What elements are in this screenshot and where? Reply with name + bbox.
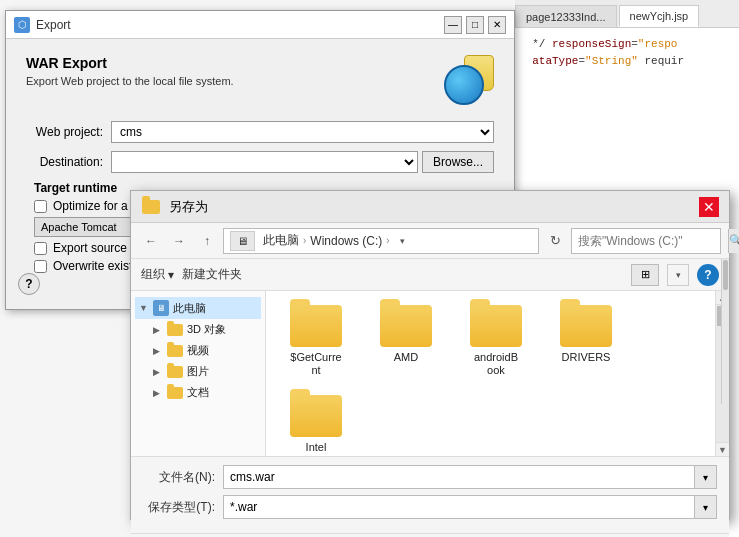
path-icon: 🖥 (237, 235, 248, 247)
file-item-2[interactable]: androidBook (456, 301, 536, 381)
saveas-sidebar: ▼ 🖥 此电脑 ▶ 3D 对象 ▶ 视频 ▶ 图片 ▶ (131, 291, 266, 456)
view-icon: ⊞ (641, 268, 650, 281)
sidebar-label-3d: 3D 对象 (187, 322, 226, 337)
tomcat-label: Apache Tomcat (41, 221, 117, 233)
folder-drivers-icon (560, 305, 612, 347)
scroll-down-arrow[interactable]: ▼ (716, 442, 729, 456)
filename-dropdown-btn[interactable]: ▾ (695, 465, 717, 489)
3d-expand-arrow: ▶ (153, 325, 163, 335)
file-name-2: androidBook (474, 351, 518, 377)
sidebar-item-video[interactable]: ▶ 视频 (135, 340, 261, 361)
file-name-3: DRIVERS (562, 351, 611, 364)
saveas-titlebar: 另存为 ✕ (131, 191, 729, 223)
export-title-left: ⬡ Export (14, 17, 71, 33)
export-titlebar: ⬡ Export — □ ✕ (6, 11, 514, 39)
ide-tab-2-label: newYcjh.jsp (630, 10, 689, 22)
filetype-dropdown-btn[interactable]: ▾ (695, 495, 717, 519)
export-close-btn[interactable]: ✕ (488, 16, 506, 34)
optimize-label: Optimize for a (53, 199, 128, 213)
filetype-input[interactable] (223, 495, 695, 519)
export-help-button[interactable]: ? (18, 273, 40, 295)
new-folder-button[interactable]: 新建文件夹 (182, 266, 242, 283)
search-input[interactable] (578, 234, 728, 248)
optimize-checkbox[interactable] (34, 200, 47, 213)
saveas-file-area[interactable]: $GetCurrent AMD androidBook DRIVERS Inte… (266, 291, 715, 456)
export-minimize-btn[interactable]: — (444, 16, 462, 34)
web-project-label: Web project: (26, 125, 111, 139)
saveas-title-icon (141, 197, 161, 217)
ide-code-line-1: */ responseSign="respo (519, 36, 735, 53)
destination-select[interactable] (111, 151, 418, 173)
search-box[interactable]: 🔍 (571, 228, 721, 254)
ide-tab-1[interactable]: page12333Ind... (515, 5, 617, 27)
docs-expand-arrow: ▶ (153, 388, 163, 398)
path-dropdown-button[interactable]: ▾ (394, 232, 412, 250)
export-header-section: WAR Export Export Web project to the loc… (26, 55, 494, 105)
file-item-3[interactable]: DRIVERS (546, 301, 626, 381)
path-arrow-1: › (303, 235, 306, 246)
ide-code-line-2: ataType="String" requir (519, 53, 735, 70)
ide-code-line-3 (519, 69, 735, 86)
export-header-icon (444, 55, 494, 105)
search-icon[interactable]: 🔍 (728, 229, 739, 253)
ide-tab-1-label: page12333Ind... (526, 11, 606, 23)
destination-label: Destination: (26, 155, 111, 169)
sidebar-label-docs: 文档 (187, 385, 209, 400)
export-title-controls: — □ ✕ (444, 16, 506, 34)
file-item-1[interactable]: AMD (366, 301, 446, 381)
folder-intel-icon (290, 395, 342, 437)
sidebar-item-3d[interactable]: ▶ 3D 对象 (135, 319, 261, 340)
saveas-close-button[interactable]: ✕ (699, 197, 719, 217)
organize-button[interactable]: 组织 ▾ (141, 266, 174, 283)
path-arrow-2: › (386, 235, 389, 246)
saveas-title-left: 另存为 (141, 197, 208, 217)
saveas-nav-toolbar: ← → ↑ 🖥 此电脑 › Windows (C:) › ▾ ↻ 🔍 (131, 223, 729, 259)
export-maximize-btn[interactable]: □ (466, 16, 484, 34)
folder-icon-3d (167, 324, 183, 336)
export-header-text: WAR Export Export Web project to the loc… (26, 55, 234, 87)
export-dialog-icon: ⬡ (14, 17, 30, 33)
nav-back-button[interactable]: ← (139, 229, 163, 253)
nav-forward-button[interactable]: → (167, 229, 191, 253)
help-circle-button[interactable]: ? (697, 264, 719, 286)
filetype-row: 保存类型(T): ▾ (143, 495, 717, 519)
export-header-subtitle: Export Web project to the local file sys… (26, 75, 234, 87)
saveas-content: ▼ 🖥 此电脑 ▶ 3D 对象 ▶ 视频 ▶ 图片 ▶ (131, 291, 729, 456)
ide-tab-2[interactable]: newYcjh.jsp (619, 5, 700, 27)
saveas-folder-icon (142, 200, 160, 214)
folder-icon-video (167, 345, 183, 357)
file-name-0: $GetCurrent (290, 351, 341, 377)
export-source-label: Export source f (53, 241, 134, 255)
new-folder-label: 新建文件夹 (182, 267, 242, 281)
sidebar-label-pictures: 图片 (187, 364, 209, 379)
video-expand-arrow: ▶ (153, 346, 163, 356)
path-segment-2: Windows (C:) (310, 234, 382, 248)
organize-label: 组织 (141, 266, 165, 283)
filename-label: 文件名(N): (143, 469, 223, 486)
sidebar-label-pc: 此电脑 (173, 301, 206, 316)
sidebar-item-pc[interactable]: ▼ 🖥 此电脑 (135, 297, 261, 319)
globe-icon (444, 65, 484, 105)
saveas-actions: ^ 隐藏文件夹 保存(S) 取消 (131, 533, 729, 537)
file-item-0[interactable]: $GetCurrent (276, 301, 356, 381)
sidebar-label-video: 视频 (187, 343, 209, 358)
path-bar[interactable]: 🖥 此电脑 › Windows (C:) › ▾ (223, 228, 539, 254)
sidebar-item-docs[interactable]: ▶ 文档 (135, 382, 261, 403)
web-project-select[interactable]: cms (111, 121, 494, 143)
view-button[interactable]: ⊞ (631, 264, 659, 286)
nav-up-button[interactable]: ↑ (195, 229, 219, 253)
view-dropdown-button[interactable]: ▾ (667, 264, 689, 286)
pictures-expand-arrow: ▶ (153, 367, 163, 377)
help-circle-icon: ? (704, 268, 711, 282)
sidebar-item-pictures[interactable]: ▶ 图片 (135, 361, 261, 382)
folder-android-icon (470, 305, 522, 347)
browse-button[interactable]: Browse... (422, 151, 494, 173)
export-source-checkbox[interactable] (34, 242, 47, 255)
refresh-button[interactable]: ↻ (543, 229, 567, 253)
filename-combo: ▾ (223, 465, 717, 489)
export-header-title: WAR Export (26, 55, 234, 71)
saveas-second-toolbar: 组织 ▾ 新建文件夹 ⊞ ▾ ? (131, 259, 729, 291)
folder-icon-pictures (167, 366, 183, 378)
filename-input[interactable] (223, 465, 695, 489)
file-item-4[interactable]: Intel (276, 391, 356, 456)
